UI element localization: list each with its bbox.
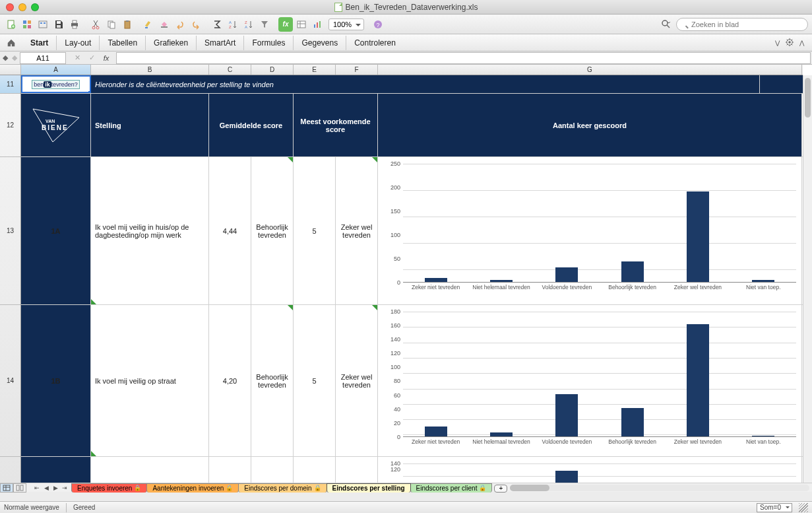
cell-b13[interactable]: Ik voel mij veilig in huis/op de dagbest… bbox=[91, 157, 209, 304]
tab-charts[interactable]: Grafieken bbox=[146, 36, 197, 50]
open-button[interactable] bbox=[20, 17, 34, 32]
help-button[interactable]: ? bbox=[371, 17, 385, 32]
last-sheet-button[interactable]: ⇥ bbox=[61, 484, 69, 492]
col-header-a[interactable]: A bbox=[21, 65, 91, 75]
cell-b15[interactable] bbox=[91, 457, 209, 483]
vertical-scrollbar[interactable] bbox=[803, 75, 812, 483]
search-dropdown-button[interactable] bbox=[659, 17, 673, 32]
cell-b12[interactable]: Stelling bbox=[91, 94, 209, 156]
cell-g12[interactable]: Aantal keer gescoord bbox=[378, 94, 802, 156]
copy-button[interactable] bbox=[104, 17, 119, 32]
cell-a12[interactable]: VANBIENE bbox=[21, 94, 91, 156]
prev-sheet-button[interactable]: ◀ bbox=[42, 484, 50, 492]
cell-f15[interactable] bbox=[336, 457, 378, 483]
cell-b14[interactable]: Ik voel mij veilig op straat bbox=[91, 305, 209, 456]
cut-button[interactable] bbox=[88, 17, 103, 32]
cell-g13[interactable]: 0 50 100 150 200 250 bbox=[378, 157, 802, 304]
new-doc-button[interactable] bbox=[4, 17, 18, 32]
paste-button[interactable] bbox=[120, 17, 135, 32]
template-button[interactable] bbox=[36, 17, 50, 32]
horizontal-scrollbar[interactable] bbox=[510, 485, 809, 491]
name-box[interactable] bbox=[20, 52, 66, 64]
sheet-tab-aantekeningen[interactable]: Aantekeningen invoeren🔒 bbox=[146, 483, 239, 493]
collapse-ribbon-button[interactable]: ⋀ bbox=[799, 40, 804, 46]
chevron-right-icon[interactable]: ◆ bbox=[11, 54, 18, 62]
fx-button[interactable]: fx bbox=[100, 53, 112, 63]
home-button[interactable] bbox=[4, 36, 18, 50]
chevron-left-icon[interactable]: ◆ bbox=[1, 54, 9, 62]
cell-e12-merged[interactable]: Meest voorkomende score bbox=[294, 94, 378, 156]
fx-toggle-button[interactable]: fx bbox=[278, 17, 293, 32]
filter-button[interactable] bbox=[257, 17, 272, 32]
print-button[interactable] bbox=[67, 17, 82, 32]
cell-c14[interactable]: 4,20 bbox=[209, 305, 251, 456]
scroll-thumb[interactable] bbox=[805, 78, 811, 118]
cell-e14[interactable]: 5 bbox=[294, 305, 336, 456]
zoom-selector[interactable]: 100% bbox=[328, 18, 364, 30]
row-header-12[interactable]: 12 bbox=[0, 94, 20, 157]
show-formulas-button[interactable] bbox=[294, 17, 309, 32]
cell-f14[interactable]: Zeker wel tevreden bbox=[336, 305, 378, 456]
sheet-tab-enquetes[interactable]: Enquetes invoeren🔒 bbox=[71, 483, 147, 493]
cell-a15[interactable] bbox=[21, 457, 91, 483]
redo-button[interactable] bbox=[189, 17, 203, 32]
cell-a11[interactable]: beniktevreden? bbox=[21, 75, 91, 93]
tab-tables[interactable]: Tabellen bbox=[100, 36, 146, 50]
cell-d13[interactable]: Behoorlijk tevreden bbox=[251, 157, 294, 304]
sort-asc-button[interactable]: AZ bbox=[226, 17, 240, 32]
cell-c13[interactable]: 4,44 bbox=[209, 157, 251, 304]
search-input[interactable] bbox=[676, 18, 808, 31]
tab-formulas[interactable]: Formules bbox=[244, 36, 294, 50]
accept-formula-button[interactable]: ✓ bbox=[86, 53, 98, 63]
cell-f13[interactable]: Zeker wel tevreden bbox=[336, 157, 378, 304]
format-painter-button[interactable] bbox=[141, 17, 156, 32]
autosum-button[interactable] bbox=[210, 17, 224, 32]
cell-c15[interactable] bbox=[209, 457, 251, 483]
cell-a14[interactable]: 1B bbox=[21, 305, 91, 456]
select-all-corner[interactable] bbox=[0, 65, 21, 75]
page-layout-view-button[interactable] bbox=[13, 483, 26, 493]
formula-input[interactable] bbox=[116, 52, 811, 64]
col-header-f[interactable]: F bbox=[336, 65, 378, 75]
cell-c12-merged[interactable]: Gemiddelde score bbox=[209, 94, 294, 156]
sheet-tab-stelling[interactable]: Eindscores per stelling bbox=[327, 483, 411, 493]
tab-review[interactable]: Controleren bbox=[346, 36, 404, 50]
col-header-g[interactable]: G bbox=[378, 65, 802, 75]
first-sheet-button[interactable]: ⇤ bbox=[33, 484, 41, 492]
cell-d14[interactable]: Behoorlijk tevreden bbox=[251, 305, 294, 456]
sum-selector[interactable]: Som=0 bbox=[757, 503, 792, 512]
next-sheet-button[interactable]: ▶ bbox=[51, 484, 59, 492]
sheet-tab-client[interactable]: Eindscores per client🔒 bbox=[410, 483, 493, 493]
tab-smartart[interactable]: SmartArt bbox=[197, 36, 244, 50]
normal-view-button[interactable] bbox=[0, 483, 13, 493]
cell-g14[interactable]: 0 20 40 60 80 100 120 140 160 180 bbox=[378, 305, 802, 456]
col-header-e[interactable]: E bbox=[294, 65, 336, 75]
chart-button[interactable] bbox=[310, 17, 325, 32]
cell-d15[interactable] bbox=[251, 457, 294, 483]
cell-g15[interactable]: 140 120 bbox=[378, 457, 802, 483]
selection-handle[interactable] bbox=[88, 91, 91, 93]
tab-data[interactable]: Gegevens bbox=[294, 36, 346, 50]
cells-area[interactable]: beniktevreden? Hieronder is de cliënttev… bbox=[21, 75, 803, 483]
col-header-b[interactable]: B bbox=[91, 65, 209, 75]
tab-layout[interactable]: Lay-out bbox=[57, 36, 100, 50]
cancel-formula-button[interactable]: ✕ bbox=[71, 53, 83, 63]
row-header-13[interactable]: 13 bbox=[0, 157, 20, 305]
ribbon-settings-button[interactable] bbox=[785, 38, 794, 48]
col-header-c[interactable]: C bbox=[209, 65, 251, 75]
chevron-down-icon[interactable]: ⋁ bbox=[775, 40, 780, 46]
cell-b11-merged[interactable]: Hieronder is de cliënttevredenheid per s… bbox=[91, 75, 760, 93]
cell-a13[interactable]: 1A bbox=[21, 157, 91, 304]
cell-e13[interactable]: 5 bbox=[294, 157, 336, 304]
undo-button[interactable] bbox=[173, 17, 187, 32]
sort-desc-button[interactable]: ZA bbox=[241, 17, 256, 32]
save-button[interactable] bbox=[51, 17, 66, 32]
row-header-14[interactable]: 14 bbox=[0, 305, 20, 457]
col-header-d[interactable]: D bbox=[251, 65, 294, 75]
cell-e15[interactable] bbox=[294, 457, 336, 483]
scroll-thumb[interactable] bbox=[510, 485, 549, 491]
resize-grip[interactable] bbox=[799, 503, 808, 512]
tab-start[interactable]: Start bbox=[22, 36, 57, 50]
row-header-11[interactable]: 11 bbox=[0, 75, 20, 94]
sheet-tab-domein[interactable]: Eindscores per domein🔒 bbox=[238, 483, 327, 493]
